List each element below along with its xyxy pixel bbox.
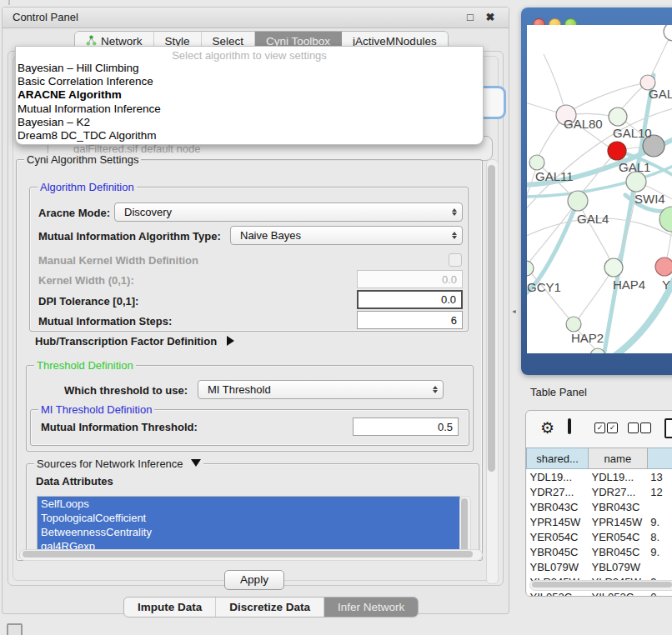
sources-title: Sources for Network Inference (37, 458, 183, 470)
cell: YBR045C (527, 544, 589, 559)
select-all-checkbox-icon[interactable]: ✓ (607, 422, 618, 433)
node-label: GAL11 (535, 169, 574, 183)
which-threshold-combo[interactable]: MI Threshold (198, 380, 444, 399)
table-row[interactable]: YBL079WYBL079W (527, 559, 672, 574)
cell: YBL079W (589, 559, 648, 574)
columns-icon[interactable] (568, 418, 571, 434)
cell: YER054C (527, 529, 589, 544)
attributes-list-scrollbar-thumb[interactable] (461, 498, 468, 552)
cyni-algorithm-settings-title: Cyni Algorithm Settings (24, 153, 141, 166)
tab-infer-network-label: Infer Network (338, 601, 404, 613)
table-row[interactable]: YPR145WYPR145W9. (527, 514, 672, 529)
select-all-checkbox-icon[interactable]: ✓ (594, 422, 605, 433)
tab-infer-network[interactable]: Infer Network (324, 598, 418, 617)
list-item[interactable]: SelfLoops (38, 497, 459, 511)
table-horizontal-scrollbar[interactable] (529, 580, 672, 591)
mi-threshold-input[interactable] (353, 418, 459, 436)
mi-steps-input[interactable] (357, 311, 463, 329)
cell: 13 (647, 469, 672, 485)
node-gal11[interactable] (529, 155, 544, 170)
cyni-bottom-tabbar: Impute Data Discretize Data Infer Networ… (123, 597, 419, 618)
tab-discretize-data[interactable]: Discretize Data (216, 598, 324, 617)
kernel-width-input[interactable] (357, 270, 463, 288)
algorithm-option[interactable]: Mutual Information Inference (16, 102, 483, 116)
manual-kernel-checkbox[interactable] (449, 253, 462, 267)
hub-definition-toggle[interactable]: Hub/Transcription Factor Definition (35, 335, 234, 348)
mi-steps-label: Mutual Information Steps: (38, 315, 172, 328)
list-item[interactable]: BetweennessCentrality (38, 525, 459, 539)
node-gcy1[interactable] (527, 261, 534, 276)
which-threshold-value: MI Threshold (198, 383, 428, 396)
node-label: GAL80 (564, 117, 603, 131)
mi-type-combo[interactable]: Naive Bayes (230, 226, 463, 245)
column-header-shared-name[interactable]: shared... (527, 448, 589, 469)
cell: YBR043C (527, 499, 589, 514)
float-panel-icon[interactable]: □ (464, 11, 477, 24)
tab-impute-data[interactable]: Impute Data (124, 598, 216, 617)
settings-vertical-scrollbar[interactable] (486, 159, 499, 584)
node-gal1[interactable] (626, 172, 646, 192)
cell: YDL19... (589, 469, 648, 485)
settings-horizontal-scrollbar-thumb[interactable] (23, 551, 473, 558)
list-item[interactable]: TopologicalCoefficient (38, 511, 459, 525)
sources-title-row[interactable]: Sources for Network Inference (34, 458, 203, 470)
combo-spinner-icon (447, 232, 462, 239)
threshold-definition-group: Threshold Definition Which threshold to … (26, 365, 474, 452)
cell: 9. (647, 514, 672, 529)
node-red-selected[interactable] (608, 142, 626, 160)
dpi-tolerance-input[interactable] (357, 290, 463, 309)
node-salmon[interactable] (655, 258, 672, 276)
node-gal10[interactable] (609, 108, 627, 126)
apply-button[interactable]: Apply (224, 570, 284, 590)
tab-impute-data-label: Impute Data (138, 601, 202, 613)
node[interactable] (664, 25, 672, 41)
attributes-list-scrollbar[interactable] (459, 496, 471, 558)
column-header-name[interactable]: name (589, 448, 648, 469)
settings-vertical-scrollbar-thumb[interactable] (488, 165, 495, 472)
table-panel: ⚙ ✓ ✓ shared... name YDL19...YDL19...13 … (525, 410, 672, 597)
aracne-mode-combo[interactable]: Discovery (114, 202, 463, 222)
deselect-all-checkbox-icon[interactable] (640, 422, 651, 433)
dpi-tolerance-label: DPI Tolerance [0,1]: (38, 295, 138, 308)
node-hap4[interactable] (604, 258, 623, 277)
node-gal4[interactable] (568, 191, 588, 211)
deselect-all-checkbox-icon[interactable] (628, 422, 639, 433)
cell: YDL19... (527, 469, 589, 485)
aracne-mode-label: Aracne Mode: (38, 207, 110, 219)
node-hap2[interactable] (566, 317, 581, 332)
close-panel-icon[interactable]: ✖ (484, 11, 497, 24)
which-threshold-label: Which threshold to use: (64, 384, 188, 397)
cell: YER054C (589, 529, 648, 544)
cell: YBR043C (589, 499, 648, 514)
cell: YDR27... (527, 484, 589, 499)
algorithm-dropdown-popup: Select algorithm to view settings Bayesi… (15, 46, 484, 145)
docked-panel-icon[interactable] (7, 623, 23, 635)
algorithm-option[interactable]: Basic Correlation Inference (16, 75, 483, 88)
data-attributes-list[interactable]: SelfLoops TopologicalCoefficient Between… (37, 496, 460, 558)
table-row[interactable]: YDL19...YDL19...13 (527, 469, 672, 485)
control-panel-titlebar: Control Panel □ ✖ (3, 8, 509, 28)
table-panel-title: Table Panel (530, 386, 587, 398)
cell (647, 499, 672, 514)
algorithm-option[interactable]: Bayesian – Hill Climbing (16, 62, 483, 75)
mi-threshold-definition-group: MI Threshold Definition Mutual Informati… (30, 409, 469, 446)
algorithm-option[interactable]: Bayesian – K2 (16, 116, 483, 129)
gear-icon[interactable]: ⚙ (540, 418, 554, 438)
network-canvas[interactable]: GAL GAL80 GAL10 GAL1 GAL11 SWI4 GAL4 HAP… (527, 25, 672, 353)
settings-horizontal-scrollbar[interactable] (19, 549, 483, 561)
cell: YDR27... (589, 484, 648, 499)
table-row[interactable]: YDR27...YDR27...12 (527, 484, 672, 499)
algorithm-option[interactable]: Dream8 DC_TDC Algorithm (16, 129, 483, 142)
table-horizontal-scrollbar-thumb[interactable] (532, 582, 672, 588)
node-label: Y (662, 278, 670, 292)
algorithm-option-selected[interactable]: ARACNE Algorithm (16, 88, 483, 102)
table-row[interactable]: YBR045CYBR045C9. (527, 544, 672, 559)
cell: YBL079W (527, 559, 589, 574)
new-table-icon[interactable] (664, 418, 672, 438)
panel-splitter-handle[interactable]: ◄ (511, 308, 515, 314)
data-attributes-label: Data Attributes (36, 475, 113, 488)
table-row[interactable]: YER054CYER054C8. (527, 529, 672, 544)
table-row[interactable]: YBR043CYBR043C (527, 499, 672, 514)
column-header-partial[interactable] (647, 448, 672, 469)
cell (647, 559, 672, 574)
